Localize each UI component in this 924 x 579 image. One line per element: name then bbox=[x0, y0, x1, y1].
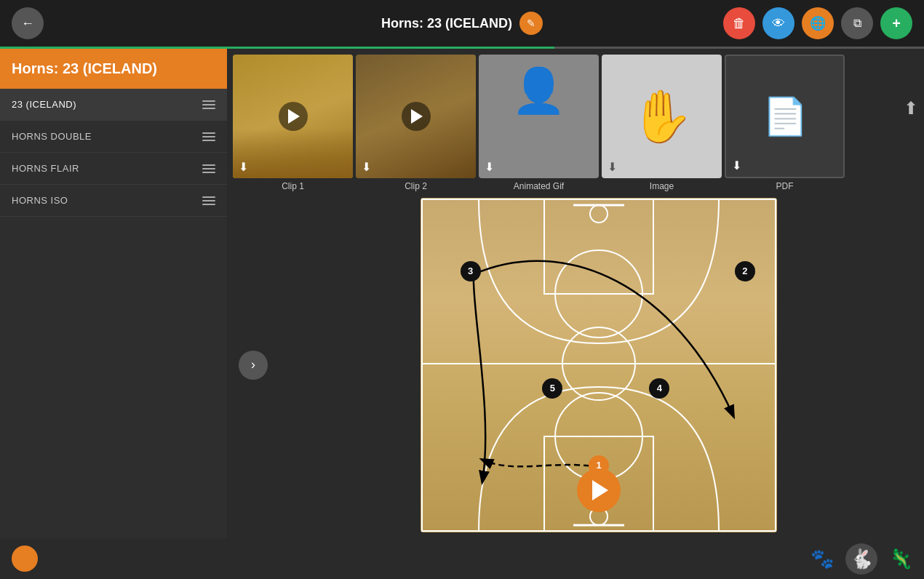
tool1-icon[interactable]: 🐾 bbox=[811, 548, 834, 570]
play-triangle-clip1 bbox=[288, 109, 300, 124]
clip2-label: Clip 2 bbox=[405, 181, 427, 191]
sidebar-item-label: 23 (ICELAND) bbox=[12, 99, 76, 110]
progress-bar-fill bbox=[0, 47, 554, 49]
next-chevron-button[interactable]: › bbox=[239, 351, 268, 380]
gif-label: Animated Gif bbox=[514, 181, 564, 191]
progress-dot bbox=[12, 546, 38, 572]
tool3-icon[interactable]: 🦎 bbox=[889, 548, 912, 570]
download-icon-clip2[interactable]: ⬇ bbox=[362, 160, 371, 174]
menu-icon[interactable] bbox=[202, 164, 215, 173]
header-actions: 🗑 👁 🌐 ⧉ + bbox=[723, 7, 912, 39]
clip1-label: Clip 1 bbox=[282, 181, 304, 191]
share-button[interactable]: 🌐 bbox=[802, 7, 834, 39]
svg-rect-3 bbox=[544, 199, 653, 294]
player-marker-5: 5 bbox=[542, 378, 562, 399]
menu-icon[interactable] bbox=[202, 100, 215, 109]
sidebar-item-label: HORNS DOUBLE bbox=[12, 131, 92, 142]
nav-content-row: › bbox=[227, 191, 924, 538]
player-marker-3: 3 bbox=[461, 261, 481, 281]
tool2-icon[interactable]: 🐇 bbox=[845, 543, 877, 575]
court-play-button[interactable] bbox=[577, 468, 621, 512]
pdf-label: PDF bbox=[776, 181, 794, 191]
sidebar-item-horns-double[interactable]: HORNS DOUBLE bbox=[0, 121, 227, 153]
sidebar-item-horns-flair[interactable]: HORNS FLAIR bbox=[0, 153, 227, 185]
delete-button[interactable]: 🗑 bbox=[723, 7, 755, 39]
court-wrapper: 1 2 3 4 5 bbox=[274, 191, 924, 538]
player-marker-2: 2 bbox=[735, 261, 755, 281]
copy-button[interactable]: ⧉ bbox=[841, 7, 873, 39]
add-button[interactable]: + bbox=[880, 7, 912, 39]
download-icon-pdf[interactable]: ⬇ bbox=[732, 159, 741, 172]
page-title: Horns: 23 (ICELAND) bbox=[381, 16, 512, 31]
play-triangle-clip2 bbox=[411, 109, 423, 124]
player-number-5: 5 bbox=[550, 383, 555, 394]
sidebar: Horns: 23 (ICELAND) 23 (ICELAND) HORNS D… bbox=[0, 49, 227, 538]
eye-icon: 👁 bbox=[772, 16, 785, 31]
progress-bar bbox=[0, 47, 924, 49]
menu-icon[interactable] bbox=[202, 132, 215, 141]
image-label: Image bbox=[650, 181, 674, 191]
svg-point-6 bbox=[590, 205, 608, 223]
thumbnail-clip1[interactable]: ⬇ Clip 1 bbox=[233, 55, 353, 191]
basketball-court: 1 2 3 4 5 bbox=[421, 198, 777, 532]
app-header: ← Horns: 23 (ICELAND) ✎ 🗑 👁 🌐 ⧉ + bbox=[0, 0, 924, 47]
court-play-triangle bbox=[592, 480, 608, 500]
sidebar-item-horns-iso[interactable]: HORNS ISO bbox=[0, 185, 227, 217]
thumbnail-pdf[interactable]: 📄 ⬇ PDF bbox=[725, 55, 845, 191]
thumbnail-image[interactable]: ✋ ⬇ Image bbox=[602, 55, 722, 191]
globe-icon: 🌐 bbox=[810, 15, 826, 31]
download-icon-gif[interactable]: ⬇ bbox=[485, 160, 494, 174]
main-content: Horns: 23 (ICELAND) 23 (ICELAND) HORNS D… bbox=[0, 49, 924, 538]
play-overlay-clip1 bbox=[279, 102, 308, 131]
thumbnail-clip2[interactable]: ⬇ Clip 2 bbox=[356, 55, 476, 191]
player-number-4: 4 bbox=[657, 383, 662, 394]
download-icon-image[interactable]: ⬇ bbox=[608, 160, 617, 174]
menu-icon[interactable] bbox=[202, 196, 215, 205]
trash-icon: 🗑 bbox=[733, 16, 746, 31]
player-marker-4: 4 bbox=[649, 378, 669, 399]
player-number-2: 2 bbox=[742, 265, 747, 276]
header-title-area: Horns: 23 (ICELAND) ✎ bbox=[381, 12, 543, 35]
sidebar-header: Horns: 23 (ICELAND) bbox=[0, 49, 227, 89]
plus-icon: + bbox=[892, 15, 901, 32]
back-icon: ← bbox=[21, 16, 34, 31]
edit-button[interactable]: ✎ bbox=[519, 12, 543, 35]
download-icon-clip1[interactable]: ⬇ bbox=[239, 160, 248, 174]
sidebar-item-label: HORNS FLAIR bbox=[12, 163, 79, 174]
content-area: ⬇ Clip 1 ⬇ Clip 2 bbox=[227, 49, 924, 538]
sidebar-item-label: HORNS ISO bbox=[12, 195, 68, 206]
back-button[interactable]: ← bbox=[12, 7, 44, 39]
player-number-3: 3 bbox=[468, 265, 473, 276]
view-button[interactable]: 👁 bbox=[762, 7, 794, 39]
bottom-icons: 🐾 🐇 🦎 bbox=[811, 543, 912, 575]
play-overlay-clip2 bbox=[402, 102, 431, 131]
thumbnail-gif[interactable]: 👤 ⬇ Animated Gif bbox=[479, 55, 599, 191]
copy-icon: ⧉ bbox=[853, 17, 861, 30]
bottom-bar: 🐾 🐇 🦎 bbox=[0, 538, 924, 579]
sidebar-item-23-iceland[interactable]: 23 (ICELAND) bbox=[0, 89, 227, 121]
upload-button[interactable]: ⬆ bbox=[904, 98, 918, 119]
edit-icon: ✎ bbox=[527, 17, 535, 29]
